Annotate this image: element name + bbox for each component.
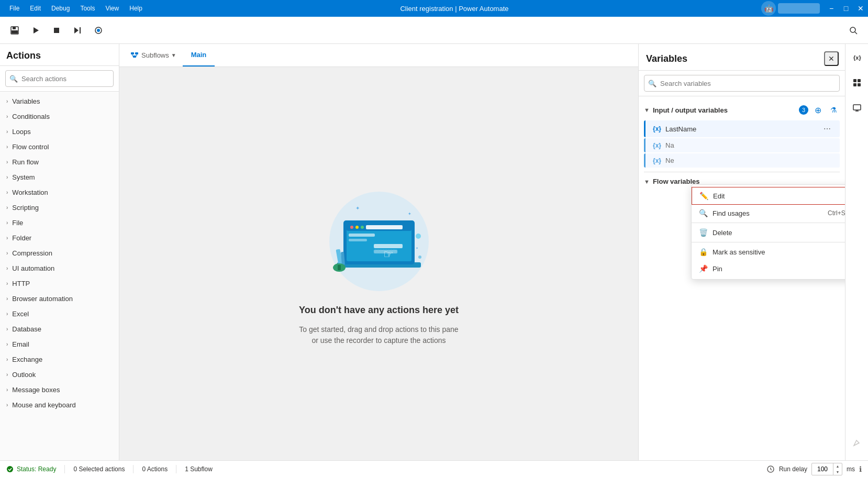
- action-item-flow-control[interactable]: › Flow control: [0, 139, 119, 154]
- chevron-icon: ›: [6, 144, 8, 150]
- variable-item-ne[interactable]: {x} Ne: [644, 153, 840, 168]
- action-item-loops[interactable]: › Loops: [0, 124, 119, 139]
- action-item-mouse-keyboard[interactable]: › Mouse and keyboard: [0, 397, 119, 413]
- action-item-message-boxes[interactable]: › Message boxes: [0, 382, 119, 397]
- context-menu-pin[interactable]: 📌 Pin: [692, 260, 845, 277]
- menu-debug[interactable]: Debug: [46, 0, 75, 17]
- action-item-database[interactable]: › Database: [0, 321, 119, 337]
- menu-tools[interactable]: Tools: [75, 0, 100, 17]
- variables-panel-toggle[interactable]: {x}: [848, 48, 866, 67]
- save-button[interactable]: [6, 22, 23, 39]
- svg-text:{x}: {x}: [853, 54, 861, 61]
- action-item-conditionals[interactable]: › Conditionals: [0, 109, 119, 124]
- user-avatar: [778, 3, 820, 14]
- context-menu-edit[interactable]: ✏️ Edit: [692, 187, 845, 205]
- action-item-file[interactable]: › File: [0, 215, 119, 230]
- chevron-icon: ›: [6, 372, 8, 378]
- variable-item-na[interactable]: {x} Na: [644, 138, 840, 152]
- variables-search-input[interactable]: [644, 75, 840, 92]
- subflows-icon: [130, 50, 139, 60]
- run-delay-input[interactable]: [812, 465, 833, 473]
- tab-subflows[interactable]: Subflows ▼: [124, 44, 183, 66]
- action-item-exchange[interactable]: › Exchange: [0, 352, 119, 367]
- action-item-scripting[interactable]: › Scripting: [0, 200, 119, 215]
- action-item-folder[interactable]: › Folder: [0, 230, 119, 246]
- svg-rect-30: [366, 225, 403, 229]
- screen-panel-toggle[interactable]: [848, 98, 866, 117]
- action-item-outlook[interactable]: › Outlook: [0, 367, 119, 382]
- status-ready: Status: Ready: [6, 465, 56, 473]
- maximize-button[interactable]: □: [839, 1, 853, 16]
- run-delay-input-wrapper: ▲ ▼: [811, 463, 842, 475]
- chevron-icon: ›: [6, 402, 8, 408]
- svg-point-41: [418, 256, 421, 259]
- filter-variables-button[interactable]: ⚗: [827, 104, 840, 116]
- variable-menu-button-lastname[interactable]: ⋯: [822, 124, 832, 134]
- menu-edit[interactable]: Edit: [25, 0, 46, 17]
- title-bar: File Edit Debug Tools View Help Client r…: [0, 0, 868, 17]
- assets-panel-toggle[interactable]: [848, 73, 866, 92]
- menu-view[interactable]: View: [100, 0, 124, 17]
- action-item-run-flow[interactable]: › Run flow: [0, 154, 119, 170]
- close-button[interactable]: ✕: [853, 1, 868, 16]
- chevron-icon: ›: [6, 281, 8, 286]
- action-item-variables[interactable]: › Variables: [0, 94, 119, 109]
- chevron-icon: ›: [6, 387, 8, 393]
- actions-search-input[interactable]: [5, 70, 114, 87]
- run-delay-info-button[interactable]: ℹ: [859, 465, 862, 473]
- chevron-icon: ›: [6, 326, 8, 332]
- flow-canvas: ✦ ✦ ✦ ✦: [119, 67, 638, 460]
- chevron-icon: ›: [6, 190, 8, 195]
- action-item-email[interactable]: › Email: [0, 337, 119, 352]
- run-delay-up-button[interactable]: ▲: [833, 463, 842, 469]
- menu-help[interactable]: Help: [124, 0, 148, 17]
- svg-text:✦: ✦: [408, 212, 411, 216]
- action-item-compression[interactable]: › Compression: [0, 246, 119, 261]
- action-item-workstation[interactable]: › Workstation: [0, 185, 119, 200]
- action-item-ui-automation[interactable]: › UI automation: [0, 261, 119, 276]
- variable-item-lastname[interactable]: {x} LastName ⋯: [644, 120, 840, 137]
- action-item-http[interactable]: › HTTP: [0, 276, 119, 291]
- input-output-section-header[interactable]: ▼ Input / output variables 3 ⊕ ⚗: [639, 101, 845, 119]
- run-delay-label: Run delay: [779, 465, 807, 473]
- toolbar-search-button[interactable]: [845, 22, 862, 39]
- context-menu-separator-2: [692, 242, 845, 242]
- variable-icon: {x}: [653, 157, 661, 164]
- svg-text:✦: ✦: [355, 205, 360, 211]
- action-item-system[interactable]: › System: [0, 170, 119, 185]
- run-delay-unit: ms: [847, 465, 855, 473]
- chevron-icon: ›: [6, 265, 8, 271]
- variable-icon: {x}: [653, 142, 661, 149]
- chevron-icon: ›: [6, 250, 8, 256]
- add-variable-button[interactable]: ⊕: [811, 104, 824, 116]
- action-item-excel[interactable]: › Excel: [0, 306, 119, 321]
- section-separator: [644, 172, 840, 172]
- context-menu-delete[interactable]: 🗑️ Delete Del: [692, 224, 845, 241]
- minimize-button[interactable]: −: [824, 1, 839, 16]
- section-chevron-icon: ▼: [644, 107, 650, 113]
- sensitive-icon: 🔒: [699, 248, 707, 256]
- chevron-icon: ›: [6, 174, 8, 180]
- actions-search-icon: 🔍: [9, 75, 18, 83]
- svg-point-9: [850, 27, 855, 32]
- menu-file[interactable]: File: [4, 0, 25, 17]
- variables-close-button[interactable]: ✕: [824, 51, 839, 66]
- chevron-icon: ›: [6, 129, 8, 135]
- context-menu-find-usages[interactable]: 🔍 Find usages Ctrl+Shift+F: [692, 205, 845, 221]
- chevron-icon: ›: [6, 220, 8, 226]
- variables-title: Variables: [646, 53, 687, 64]
- svg-line-10: [855, 32, 857, 34]
- svg-point-50: [7, 466, 13, 472]
- run-button[interactable]: [27, 22, 44, 39]
- next-step-button[interactable]: [69, 22, 86, 39]
- run-delay-down-button[interactable]: ▼: [833, 469, 842, 475]
- variable-name-ne: Ne: [665, 157, 832, 164]
- tab-main[interactable]: Main: [183, 44, 215, 66]
- eraser-button[interactable]: [848, 433, 866, 452]
- context-menu-mark-sensitive[interactable]: 🔒 Mark as sensitive: [692, 243, 845, 260]
- record-button[interactable]: [90, 22, 107, 39]
- stop-button[interactable]: [48, 22, 65, 39]
- action-item-browser-automation[interactable]: › Browser automation: [0, 291, 119, 306]
- svg-marker-5: [74, 27, 79, 34]
- status-divider-2: [133, 465, 133, 473]
